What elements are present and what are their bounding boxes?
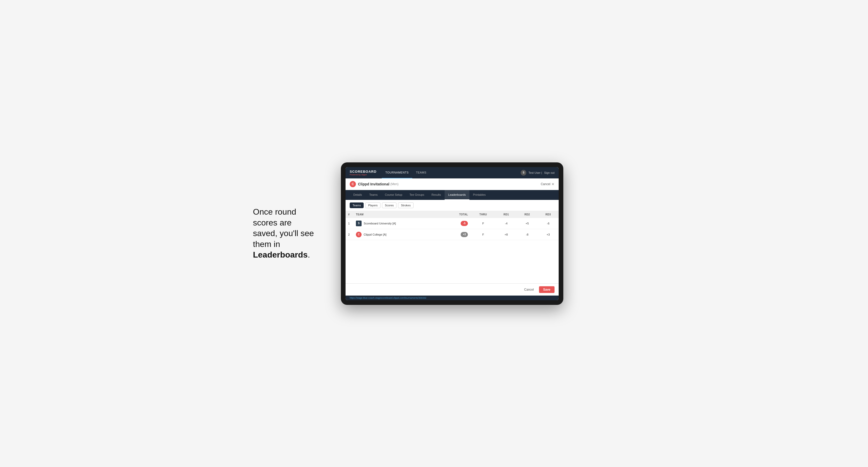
leaderboard-table: # TEAM TOTAL THRU RD1 RD2 RD3 1 xyxy=(345,211,559,240)
table-row: 1 S Scoreboard University [A] -5 F xyxy=(345,218,559,229)
row1-rd3: -6 xyxy=(538,218,559,229)
tab-tee-groups[interactable]: Tee Groups xyxy=(406,190,428,200)
tournament-title: Clippd Invitational xyxy=(358,182,389,186)
sub-nav: Details Teams Course Setup Tee Groups Re… xyxy=(345,190,559,200)
content-spacer xyxy=(345,263,559,283)
nav-right: S Test User | Sign out xyxy=(521,170,555,176)
logo-sub-prefix: Powered by xyxy=(350,174,361,176)
row2-rd2: -8 xyxy=(517,229,538,240)
tab-course-setup[interactable]: Course Setup xyxy=(381,190,406,200)
user-avatar: S xyxy=(521,170,526,176)
tournament-header: C Clippd Invitational (Men) Cancel ✕ xyxy=(345,179,559,190)
row2-rd3: +3 xyxy=(538,229,559,240)
row2-rank: 2 xyxy=(345,229,353,240)
tournament-gender: (Men) xyxy=(390,182,398,186)
tablet-screen: SCOREBOARD Powered by clippd TOURNAMENTS… xyxy=(345,167,559,300)
app-logo: SCOREBOARD xyxy=(350,169,377,174)
nav-links: TOURNAMENTS TEAMS xyxy=(382,167,521,179)
tab-printables[interactable]: Printables xyxy=(469,190,489,200)
filter-scores[interactable]: Scores xyxy=(382,203,397,208)
filter-players[interactable]: Players xyxy=(365,203,380,208)
row2-thru: F xyxy=(470,229,496,240)
logo-brand: clippd xyxy=(361,174,367,176)
intro-line4: them in xyxy=(253,240,280,249)
logo-area: SCOREBOARD Powered by clippd xyxy=(350,169,377,176)
row2-rd1: +8 xyxy=(496,229,517,240)
tab-leaderboards[interactable]: Leaderboards xyxy=(444,190,469,200)
row1-rd1: -4 xyxy=(496,218,517,229)
table-body: 1 S Scoreboard University [A] -5 F xyxy=(345,218,559,240)
user-name: Test User | xyxy=(528,171,542,174)
cancel-x-icon: ✕ xyxy=(551,182,555,186)
intro-line5-bold: Leaderboards xyxy=(253,250,308,259)
table-row: 2 C Clippd College [A] +3 F xyxy=(345,229,559,240)
url-bar: https://stage-blue-coach.stagescoreboard… xyxy=(345,295,559,300)
top-nav: SCOREBOARD Powered by clippd TOURNAMENTS… xyxy=(345,167,559,179)
table-header: # TEAM TOTAL THRU RD1 RD2 RD3 xyxy=(345,211,559,218)
tournament-icon: C xyxy=(350,181,356,187)
filter-teams[interactable]: Teams xyxy=(350,203,364,208)
tab-teams[interactable]: Teams xyxy=(366,190,381,200)
row1-total: -5 xyxy=(443,218,471,229)
row2-total: +3 xyxy=(443,229,471,240)
filter-bar: Teams Players Scores Strokes xyxy=(345,200,559,211)
intro-line5-end: . xyxy=(308,250,310,259)
nav-tournaments[interactable]: TOURNAMENTS xyxy=(382,167,412,179)
row1-rd2: +5 xyxy=(517,218,538,229)
col-rd2: RD2 xyxy=(517,211,538,218)
intro-line3: saved, you'll see xyxy=(253,228,314,238)
sign-out-link[interactable]: Sign out xyxy=(544,171,555,174)
footer-cancel-button[interactable]: Cancel xyxy=(521,286,537,293)
col-thru: THRU xyxy=(470,211,496,218)
nav-teams[interactable]: TEAMS xyxy=(412,167,430,179)
logo-sub: Powered by clippd xyxy=(350,174,377,176)
row1-team-name: Scoreboard University [A] xyxy=(364,222,396,225)
col-team: TEAM xyxy=(353,211,443,218)
tab-details[interactable]: Details xyxy=(350,190,366,200)
col-rank: # xyxy=(345,211,353,218)
row2-team: C Clippd College [A] xyxy=(353,229,443,240)
cancel-tournament-button[interactable]: Cancel ✕ xyxy=(541,182,555,186)
col-rd1: RD1 xyxy=(496,211,517,218)
row2-score-badge: +3 xyxy=(461,232,468,237)
intro-line2: scores are xyxy=(253,218,291,227)
row1-logo: S xyxy=(356,221,362,226)
row1-team: S Scoreboard University [A] xyxy=(353,218,443,229)
tablet-device: SCOREBOARD Powered by clippd TOURNAMENTS… xyxy=(341,162,563,305)
filter-strokes[interactable]: Strokes xyxy=(398,203,413,208)
row1-score-badge: -5 xyxy=(461,221,468,226)
col-total: TOTAL xyxy=(443,211,471,218)
tab-results[interactable]: Results xyxy=(428,190,444,200)
row1-rank: 1 xyxy=(345,218,353,229)
intro-line1: Once round xyxy=(253,207,296,216)
footer: Cancel Save xyxy=(345,283,559,295)
intro-text: Once round scores are saved, you'll see … xyxy=(253,207,326,260)
col-rd3: RD3 xyxy=(538,211,559,218)
row2-team-name: Clippd College [A] xyxy=(364,233,386,236)
row2-logo: C xyxy=(356,232,362,238)
leaderboard-table-area: # TEAM TOTAL THRU RD1 RD2 RD3 1 xyxy=(345,211,559,263)
row1-thru: F xyxy=(470,218,496,229)
footer-save-button[interactable]: Save xyxy=(539,286,555,293)
